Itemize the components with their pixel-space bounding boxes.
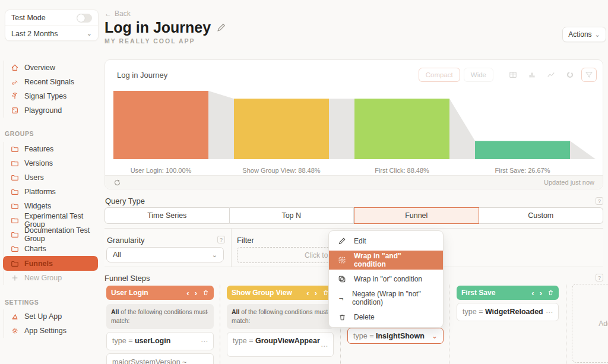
funnel-steps-help-icon[interactable]: ? <box>596 274 603 281</box>
folder-icon <box>11 173 19 182</box>
sidebar-item-overview[interactable]: Overview <box>4 61 99 75</box>
sidebar-item-funnels[interactable]: Funnels <box>3 256 98 271</box>
sidebar-item-charts[interactable]: Charts <box>4 242 99 256</box>
compact-button[interactable]: Compact <box>419 68 460 82</box>
match-rule-text: of the following conditions must match: <box>111 308 207 324</box>
sidebar-item-label: Overview <box>24 64 55 72</box>
query-type-help-icon[interactable]: ? <box>596 197 603 205</box>
sidebar-item-documentation-test-group[interactable]: Documentation Test Group <box>4 227 99 242</box>
sidebar-item-label: Playground <box>24 106 62 115</box>
test-mode-toggle[interactable] <box>77 14 92 23</box>
funnel-step-card: First Save ‹ › type = WidgetReloaded ⋯ <box>457 286 559 321</box>
more-options-icon[interactable]: ⋯ <box>321 341 328 352</box>
add-step-button[interactable]: Add Step <box>572 284 608 363</box>
match-rule-box[interactable]: All of the following conditions must mat… <box>227 304 334 329</box>
sidebar-item-label: App Settings <box>24 327 66 335</box>
folder-icon <box>11 245 19 253</box>
back-link[interactable]: ← Back <box>104 10 131 18</box>
move-left-icon[interactable]: ‹ <box>306 289 309 297</box>
folder-icon <box>11 188 19 196</box>
match-rule-box[interactable]: All of the following conditions must mat… <box>106 304 214 329</box>
tab-custom[interactable]: Custom <box>479 207 604 224</box>
sidebar-item-widgets[interactable]: Widgets <box>4 199 99 213</box>
bar-chart-icon <box>528 71 536 79</box>
time-range-select[interactable]: Last 2 Months ⌄ <box>5 26 98 41</box>
more-options-icon[interactable]: ⋯ <box>201 336 208 347</box>
move-right-icon[interactable]: › <box>195 289 197 297</box>
sidebar-item-recent-signals[interactable]: Recent Signals <box>4 75 99 89</box>
bar-chart-button[interactable] <box>524 68 540 82</box>
condition-row[interactable]: type = userLogin ⋯ <box>106 332 214 350</box>
menu-item-wrap-and[interactable]: Wrap in "and" condition <box>329 251 443 270</box>
sidebar-item-app-settings[interactable]: App Settings <box>4 324 99 338</box>
menu-item-label: Wrap in "and" condition <box>354 252 435 268</box>
menu-item-delete[interactable]: Delete <box>329 308 443 327</box>
sidebar-item-experimental-test-group[interactable]: Experimental Test Group <box>4 213 99 227</box>
sidebar-settings-nav: Set Up App App Settings <box>4 309 99 338</box>
query-type-label: Query Type <box>105 197 145 205</box>
dice-icon <box>11 106 19 115</box>
granularity-select[interactable]: All ⌄ <box>106 247 224 262</box>
move-right-icon[interactable]: › <box>315 289 317 297</box>
more-options-icon[interactable]: ⋯ <box>546 307 553 318</box>
page-title-text: Log in Journey <box>104 19 211 36</box>
sidebar-item-label: Funnels <box>24 259 53 268</box>
actions-button[interactable]: Actions ⌄ <box>562 27 606 42</box>
back-label: Back <box>115 10 131 18</box>
folder-icon <box>11 259 19 268</box>
table-view-button[interactable] <box>505 68 521 82</box>
chart-toolbar: Compact Wide <box>419 68 597 82</box>
sidebar-item-label: Set Up App <box>24 312 62 321</box>
sidebar-item-platforms[interactable]: Platforms <box>4 185 99 199</box>
pencil-icon <box>338 237 346 245</box>
menu-item-wrap-or[interactable]: Wrap in "or" condition <box>329 270 443 289</box>
condition-type-select[interactable]: type = InsightShown ⌄ <box>347 328 444 344</box>
sidebar-item-versions[interactable]: Versions <box>4 156 99 170</box>
funnel-bars <box>113 91 596 159</box>
broadcast-icon <box>11 78 19 86</box>
condition-operator: = <box>128 337 132 345</box>
condition-field: type <box>233 337 247 345</box>
more-options-icon[interactable]: ⋯ <box>201 308 209 318</box>
condition-value: userLogin <box>135 337 170 345</box>
groups-section-label: GROUPS <box>5 130 34 137</box>
menu-item-negate[interactable]: ¬ Negate (Wrap in "not" condition) <box>329 289 443 308</box>
funnel-step-value: First Click: 88.48% <box>375 167 429 174</box>
tab-top-n[interactable]: Top N <box>230 207 354 224</box>
condition-row[interactable]: type = WidgetReloaded ⋯ <box>457 303 559 321</box>
chart-title: Log in Journey <box>117 71 167 80</box>
trash-icon[interactable] <box>202 289 209 296</box>
sidebar-item-playground[interactable]: Playground <box>4 103 99 118</box>
step-title: Show Group View <box>232 289 292 297</box>
trash-icon[interactable] <box>547 289 554 296</box>
app-mode-card: Test Mode Last 2 Months ⌄ <box>5 10 99 41</box>
condition-row[interactable]: majorSystemVersion ~ iOS(.*) ⋯ <box>106 353 214 364</box>
sidebar-item-features[interactable]: Features <box>4 142 99 156</box>
wide-button[interactable]: Wide <box>464 68 493 82</box>
funnel-steps-label: Funnel Steps <box>104 274 150 283</box>
tab-funnel[interactable]: Funnel <box>354 207 479 224</box>
sidebar-item-set-up-app[interactable]: Set Up App <box>4 309 99 324</box>
move-left-icon[interactable]: ‹ <box>186 289 189 297</box>
move-right-icon[interactable]: › <box>540 289 542 297</box>
refresh-icon[interactable] <box>113 179 121 186</box>
step-header[interactable]: Show Group View ‹ › <box>227 286 334 300</box>
step-header[interactable]: First Save ‹ › <box>457 286 559 300</box>
step-header[interactable]: User Login ‹ › <box>106 286 214 300</box>
sidebar-item-signal-types[interactable]: Signal Types <box>4 89 99 103</box>
menu-item-edit[interactable]: Edit <box>329 232 443 251</box>
test-mode-row[interactable]: Test Mode <box>5 10 98 26</box>
settings-section-label: SETTINGS <box>5 299 39 306</box>
folder-icon <box>11 202 19 210</box>
new-group-button[interactable]: New Group <box>4 271 99 285</box>
edit-pencil-icon[interactable] <box>216 23 226 33</box>
line-chart-button[interactable] <box>543 68 559 82</box>
granularity-help-icon[interactable]: ? <box>217 236 225 243</box>
tab-time-series[interactable]: Time Series <box>104 207 230 224</box>
funnel-view-button[interactable] <box>581 68 597 82</box>
sidebar-item-users[interactable]: Users <box>4 170 99 185</box>
condition-row[interactable]: type = GroupViewAppear ⋯ <box>227 332 334 357</box>
donut-chart-button[interactable] <box>562 68 578 82</box>
condition-value: GroupViewAppear <box>255 337 320 345</box>
move-left-icon[interactable]: ‹ <box>531 289 534 297</box>
